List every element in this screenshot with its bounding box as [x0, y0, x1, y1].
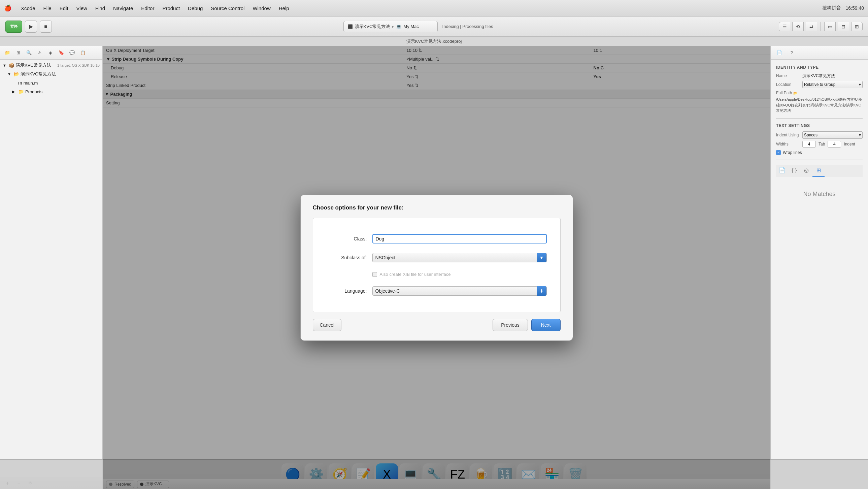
name-field-value: 演示KVC常见方法	[802, 73, 863, 79]
products-disclosure-icon: ▶	[12, 90, 17, 94]
middle-panel: OS X Deployment Target 10.10 ⇅ 10.1 ▼ St…	[103, 46, 770, 489]
sidebar-source-btn[interactable]: ◈	[46, 49, 55, 57]
sidebar-report-btn[interactable]: 📋	[78, 49, 88, 57]
products-item[interactable]: ▶ 📁 Products	[0, 87, 102, 96]
toolbar: 暂停 ▶ ■ ⬛ 演示KVC常见方法 ▸ 💻 My Mac Indexing |…	[0, 17, 868, 37]
class-input[interactable]	[372, 234, 547, 244]
scheme-destination: My Mac	[403, 24, 419, 29]
indent-using-row: Indent Using Spaces ▾	[776, 131, 863, 139]
language-arrow-icon[interactable]: ⬍	[537, 286, 547, 296]
location-row: Location Relative to Group ▾	[776, 81, 863, 88]
view-assistant-btn[interactable]: ⇄	[806, 22, 817, 31]
name-field-label: Name	[776, 73, 800, 78]
wrap-lines-checkbox[interactable]: ✓	[776, 150, 781, 155]
group-item[interactable]: ▼ 📂 演示KVC常见方法	[0, 70, 102, 79]
group-folder-icon: 📂	[13, 71, 19, 77]
name-row: Name 演示KVC常见方法	[776, 73, 863, 79]
view-standard-btn[interactable]: ▭	[824, 22, 836, 31]
class-label: Class:	[327, 236, 367, 242]
rp-tab-history[interactable]: ◎	[800, 165, 812, 177]
pause-button[interactable]: 暂停	[5, 21, 22, 33]
cancel-button[interactable]: Cancel	[313, 319, 342, 331]
dialog-content: Class: Subclass of: NSObject ▼	[313, 218, 561, 312]
xib-checkbox[interactable]	[372, 272, 377, 277]
menu-debug[interactable]: Debug	[184, 4, 207, 12]
input-method[interactable]: 搜狗拼音	[822, 5, 841, 11]
menu-navigate[interactable]: Navigate	[109, 4, 137, 12]
scheme-name: 演示KVC常见方法	[355, 24, 390, 30]
sidebar-search-btn[interactable]: 🔍	[24, 49, 34, 57]
menu-editor[interactable]: Editor	[137, 4, 158, 12]
rp-tab-code[interactable]: { }	[788, 165, 800, 177]
rp-tab-file[interactable]: 📄	[776, 165, 788, 177]
menu-file[interactable]: File	[39, 4, 56, 12]
menu-product[interactable]: Product	[158, 4, 184, 12]
titlebar: 演示KVC常见方法.xcodeproj	[0, 37, 868, 46]
run-button[interactable]: ▶	[25, 21, 37, 33]
rp-help-btn[interactable]: ?	[787, 49, 796, 57]
menu-source-control[interactable]: Source Control	[207, 4, 248, 12]
location-value: Relative to Group	[804, 82, 835, 87]
text-settings-title: Text Settings	[776, 123, 863, 128]
new-file-dialog: Choose options for your new file: Class:…	[300, 195, 573, 341]
sidebar-content: ▼ 📦 演示KVC常见方法 1 target, OS X SDK 10.10 ▼…	[0, 60, 102, 477]
sidebar-bookmark-btn[interactable]: 🔖	[57, 49, 66, 57]
scheme-selector[interactable]: ⬛ 演示KVC常见方法 ▸ 💻 My Mac	[343, 21, 438, 32]
clock: 16:59:40	[846, 5, 864, 11]
separator	[56, 22, 56, 31]
tab-label: Tab	[818, 142, 825, 147]
indent-width-input[interactable]	[828, 141, 841, 148]
subclass-select[interactable]: NSObject ▼	[372, 253, 547, 262]
project-root-item[interactable]: ▼ 📦 演示KVC常见方法 1 target, OS X SDK 10.10	[0, 61, 102, 70]
menu-edit[interactable]: Edit	[56, 4, 72, 12]
widths-row: Widths Tab Indent	[776, 141, 863, 148]
subclass-value: NSObject	[375, 255, 396, 260]
rp-file-btn[interactable]: 📄	[775, 49, 784, 57]
subclass-arrow-icon[interactable]: ▼	[537, 253, 547, 262]
fullpath-label: Full Path	[776, 91, 792, 95]
wrap-lines-row: ✓ Wrap lines	[776, 150, 863, 155]
menubar: 🍎 Xcode File Edit View Find Navigate Edi…	[0, 0, 868, 17]
section-divider	[776, 118, 863, 119]
toolbar-center: ⬛ 演示KVC常见方法 ▸ 💻 My Mac Indexing | Proces…	[60, 21, 776, 32]
menu-view[interactable]: View	[72, 4, 91, 12]
language-select[interactable]: Objective-C ⬍	[372, 286, 547, 296]
sidebar-breakpoint-btn[interactable]: 💬	[67, 49, 77, 57]
view-debug-btn[interactable]: ⟲	[792, 22, 804, 31]
menu-help[interactable]: Help	[275, 4, 293, 12]
apple-menu-icon[interactable]: 🍎	[4, 4, 11, 12]
indent-using-label: Indent Using	[776, 133, 800, 137]
menu-find[interactable]: Find	[91, 4, 109, 12]
view-assistant2-btn[interactable]: ⊟	[838, 22, 849, 31]
sidebar-grid-btn[interactable]: ⊞	[13, 49, 23, 57]
indent-using-select[interactable]: Spaces ▾	[802, 131, 863, 139]
tab-width-input[interactable]	[802, 141, 816, 148]
view-version-btn[interactable]: ⊞	[851, 22, 863, 31]
subclass-label: Subclass of:	[327, 255, 367, 260]
menu-window[interactable]: Window	[248, 4, 274, 12]
m-file-icon: m	[18, 80, 22, 86]
products-label: Products	[25, 89, 100, 94]
dialog-title-area: Choose options for your new file:	[301, 195, 573, 218]
rp-tab-attributes[interactable]: ⊞	[812, 165, 825, 177]
dialog-title: Choose options for your new file:	[313, 205, 561, 211]
no-matches-label: No Matches	[776, 191, 863, 198]
widths-label: Widths	[776, 142, 800, 147]
project-icon: 📦	[9, 63, 14, 68]
stop-button[interactable]: ■	[40, 21, 52, 33]
language-row: Language: Objective-C ⬍	[327, 286, 547, 296]
sidebar-folder-btn[interactable]: 📁	[3, 49, 12, 57]
subclass-row: Subclass of: NSObject ▼	[327, 253, 547, 262]
sidebar-warning-btn[interactable]: ⚠	[35, 49, 44, 57]
main-m-item[interactable]: m main.m	[0, 79, 102, 87]
next-button[interactable]: Next	[531, 319, 561, 331]
fullpath-reveal-btn[interactable]: 📂	[793, 91, 797, 95]
right-panel-content: Identity and Type Name 演示KVC常见方法 Locatio…	[771, 60, 868, 489]
menu-xcode[interactable]: Xcode	[17, 4, 39, 12]
full-path-value: /Users/apple/Desktop/0124iOS就业班/课程内容/UI基…	[776, 97, 863, 114]
view-navigator-btn[interactable]: ☰	[779, 22, 790, 31]
previous-button[interactable]: Previous	[493, 319, 528, 331]
products-folder-icon: 📁	[18, 89, 24, 94]
menubar-right: 搜狗拼音 16:59:40	[822, 5, 864, 11]
location-select[interactable]: Relative to Group ▾	[802, 81, 863, 88]
